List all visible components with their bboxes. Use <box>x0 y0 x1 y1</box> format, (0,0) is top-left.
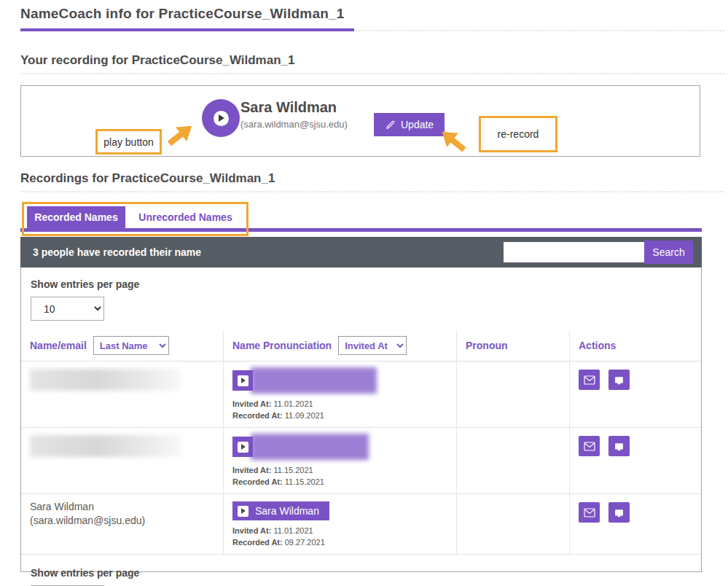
recording-dates: Invited At: 11.01.2021 Recorded At: 11.0… <box>232 398 447 421</box>
email-button[interactable] <box>579 502 600 523</box>
email-button[interactable] <box>579 436 600 456</box>
entries-per-page-label: Show entries per page <box>31 567 692 579</box>
play-icon <box>214 111 229 126</box>
owner-name: Sara Wildman <box>240 99 348 116</box>
pronunciation-cell: Invited At: 11.01.2021 Recorded At: 11.0… <box>223 362 456 427</box>
name-email-cell: Sara Wildman (sara.wildman@sjsu.edu) <box>21 494 223 554</box>
play-icon <box>238 506 248 517</box>
name-email-cell <box>21 362 223 427</box>
table-row: Invited At: 11.15.2021 Recorded At: 11.1… <box>21 427 701 493</box>
redacted-name <box>30 435 181 457</box>
person-name: Sara Wildman <box>30 500 214 514</box>
play-button-annotation: play button <box>95 129 162 155</box>
play-icon <box>238 442 248 453</box>
pronoun-cell <box>456 494 569 554</box>
rerecord-annotation: re-record <box>479 116 557 152</box>
pronunciation-cell: Sara Wildman Invited At: 11.01.2021 Reco… <box>223 494 456 554</box>
table-header: Name/email Last Name Name Pronunciation … <box>21 330 701 361</box>
play-pronunciation-button[interactable] <box>232 370 253 391</box>
pronunciation-cell: Invited At: 11.15.2021 Recorded At: 11.1… <box>223 428 456 493</box>
owner-email: (sara.wildman@sjsu.edu) <box>240 119 348 130</box>
column-name-pronunciation: Name Pronunciation Invited At <box>223 330 456 361</box>
redacted-recording-name <box>251 434 369 460</box>
recording-dates: Invited At: 11.01.2021 Recorded At: 09.2… <box>232 525 447 548</box>
divider <box>20 191 724 192</box>
play-pronunciation-button[interactable]: Sara Wildman <box>232 501 329 520</box>
play-pronunciation-button[interactable] <box>232 437 253 457</box>
envelope-icon <box>584 442 595 451</box>
column-name-email: Name/email Last Name <box>21 330 223 361</box>
divider <box>20 73 724 74</box>
entries-per-page-bottom: Show entries per page 10 <box>21 555 701 586</box>
redacted-name <box>30 369 181 391</box>
arrow-icon <box>159 113 205 158</box>
page-title: NameCoach info for PracticeCourse_Wildma… <box>20 6 345 22</box>
pronunciation-sort-select[interactable]: Invited At <box>338 336 407 355</box>
recording-owner: Sara Wildman (sara.wildman@sjsu.edu) <box>240 99 348 130</box>
envelope-icon <box>584 508 595 517</box>
update-recording-button[interactable]: Update <box>374 113 445 136</box>
table-body: Invited At: 11.01.2021 Recorded At: 11.0… <box>21 361 701 555</box>
actions-cell <box>569 494 701 554</box>
inbox-button[interactable] <box>608 370 630 390</box>
pronoun-cell <box>456 428 569 493</box>
table-row: Invited At: 11.01.2021 Recorded At: 11.0… <box>21 361 701 427</box>
inbox-icon <box>614 508 625 517</box>
column-actions: Actions <box>569 330 701 361</box>
column-pronoun: Pronoun <box>456 330 569 361</box>
inbox-button[interactable] <box>608 436 630 456</box>
recording-name-label: Sara Wildman <box>255 505 319 517</box>
actions-cell <box>569 428 701 493</box>
entries-per-page-select[interactable]: 10 <box>31 297 104 321</box>
name-sort-select[interactable]: Last Name <box>93 336 169 355</box>
inbox-icon <box>614 375 625 385</box>
email-button[interactable] <box>579 370 600 390</box>
search-button[interactable]: Search <box>644 241 693 264</box>
redacted-recording-name <box>251 367 377 394</box>
your-recording-card: Sara Wildman (sara.wildman@sjsu.edu) Upd… <box>20 85 700 157</box>
play-recording-button[interactable] <box>202 99 240 137</box>
recording-dates: Invited At: 11.15.2021 Recorded At: 11.1… <box>232 464 447 488</box>
play-icon <box>238 375 248 386</box>
actions-cell <box>569 362 701 427</box>
inbox-button[interactable] <box>608 502 630 523</box>
envelope-icon <box>584 375 595 385</box>
recorded-names-panel: 3 people have recorded their name Search… <box>20 237 702 572</box>
entries-per-page-top: Show entries per page 10 <box>21 267 701 321</box>
inbox-icon <box>614 442 625 451</box>
tabs-annotation-box <box>22 202 248 236</box>
pronoun-cell <box>456 362 569 427</box>
update-button-label: Update <box>401 119 434 130</box>
entries-per-page-label: Show entries per page <box>31 278 692 290</box>
search-input[interactable] <box>504 242 644 262</box>
recorded-count-message: 3 people have recorded their name <box>33 246 504 258</box>
your-recording-heading: Your recording for PracticeCourse_Wildma… <box>20 53 294 68</box>
table-row: Sara Wildman (sara.wildman@sjsu.edu) Sar… <box>21 493 701 554</box>
namecoach-page: NameCoach info for PracticeCourse_Wildma… <box>0 0 728 586</box>
recordings-heading: Recordings for PracticeCourse_Wildman_1 <box>20 171 275 186</box>
pencil-icon <box>385 120 396 130</box>
name-email-cell <box>21 428 223 493</box>
title-underline <box>20 28 354 31</box>
person-email: (sara.wildman@sjsu.edu) <box>30 514 214 528</box>
status-toolbar: 3 people have recorded their name Search <box>20 237 702 267</box>
